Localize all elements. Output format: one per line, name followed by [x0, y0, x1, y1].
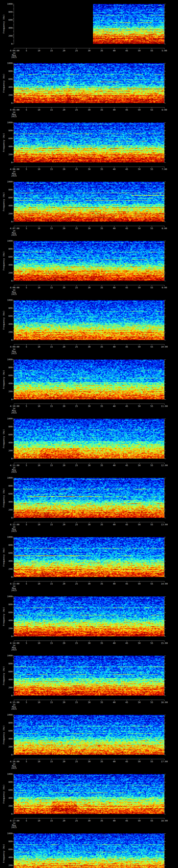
x-tick-label: 35	[98, 346, 105, 348]
x-tick-label: 30	[86, 523, 93, 526]
y-major-tick	[12, 537, 14, 537]
x-major-tick	[14, 226, 14, 227]
y-tick-label: 600	[4, 433, 12, 436]
y-minor-tick	[13, 278, 14, 278]
x-tick-label: 40	[111, 642, 118, 644]
y-tick-label: 600	[4, 730, 12, 732]
x-tick-label: 5	[23, 819, 30, 822]
y-minor-tick	[165, 499, 165, 499]
y-major-tick	[165, 241, 166, 241]
x-major-tick	[14, 285, 14, 286]
y-minor-tick	[165, 555, 165, 555]
y-minor-tick	[13, 574, 14, 574]
y-tick-label: 1000	[4, 417, 12, 420]
y-minor-tick	[165, 692, 165, 693]
x-tick-label: 55	[148, 346, 155, 348]
y-axis-line-right	[164, 419, 165, 459]
x-tick-label: 45	[123, 109, 130, 111]
x-tick-label: 5	[23, 168, 30, 170]
y-tick-label: 200	[4, 153, 12, 156]
spectrogram-panel: Frequency (Hz) 4:09:00 10:00 14 May 2015…	[0, 300, 178, 359]
y-major-tick	[165, 214, 166, 214]
y-minor-tick	[13, 420, 14, 421]
y-minor-tick	[165, 424, 165, 424]
x-tick-label: 40	[111, 50, 118, 52]
x-tick-label: 30	[86, 642, 93, 644]
y-minor-tick	[13, 393, 14, 393]
y-tick-label: 1000	[4, 358, 12, 361]
x-tick-label: 40	[111, 168, 118, 170]
x-tick-label: 25	[73, 405, 80, 407]
y-minor-tick	[165, 660, 165, 661]
x-tick-label: 5	[23, 464, 30, 467]
y-minor-tick	[165, 302, 165, 302]
y-minor-tick	[165, 848, 165, 848]
spectrogram-panel: Frequency (Hz) 4:13:00 14:00 14 May 2015…	[0, 537, 178, 596]
y-major-tick	[165, 502, 166, 502]
y-tick-label: 0	[4, 280, 12, 282]
y-tick-label: 400	[4, 501, 12, 503]
y-major-tick	[12, 695, 14, 696]
panel-end-time-label: 10:00	[161, 346, 168, 348]
y-major-tick	[12, 241, 14, 241]
y-tick-label: 800	[4, 603, 12, 606]
panel-start-time-label: 4:08:00	[10, 286, 20, 289]
date-line-year: 2015	[10, 471, 18, 473]
x-tick-label: 15	[48, 819, 55, 822]
y-minor-tick	[165, 150, 165, 150]
y-major-tick	[12, 190, 14, 190]
y-major-tick	[12, 510, 14, 510]
y-major-tick	[12, 798, 14, 798]
x-tick-label: 20	[60, 227, 67, 230]
x-tick-label: 20	[60, 109, 67, 111]
y-major-tick	[12, 71, 14, 71]
x-tick-label: 15	[48, 227, 55, 230]
y-tick-label: 400	[4, 145, 12, 148]
y-major-tick	[165, 103, 166, 103]
y-minor-tick	[165, 31, 165, 31]
x-major-tick	[164, 818, 165, 819]
x-major-tick	[164, 522, 165, 523]
x-tick-label: 55	[148, 405, 155, 407]
y-tick-label: 800	[4, 544, 12, 546]
y-minor-tick	[165, 792, 165, 792]
y-tick-label: 600	[4, 671, 12, 673]
x-tick-label: 40	[111, 523, 118, 526]
spectrogram-panel: Frequency (Hz) 4:10:00 11:00 14 May 2015…	[0, 360, 178, 419]
y-minor-tick	[13, 785, 14, 785]
x-major-tick	[164, 344, 165, 345]
x-tick-label: 55	[148, 168, 155, 170]
x-tick-label: 15	[48, 168, 55, 170]
y-tick-label: 800	[4, 485, 12, 487]
y-minor-tick	[165, 41, 165, 41]
y-minor-tick	[13, 492, 14, 493]
y-tick-label: 800	[4, 426, 12, 428]
y-minor-tick	[13, 564, 14, 564]
x-tick-label: 5	[23, 50, 30, 52]
y-axis-line-right	[164, 241, 165, 281]
y-minor-tick	[165, 390, 165, 390]
y-minor-tick	[13, 689, 14, 689]
y-tick-label: 200	[4, 35, 12, 37]
y-minor-tick	[165, 258, 165, 259]
y-tick-label: 800	[4, 129, 12, 132]
spectrogram-panel: Frequency (Hz) 4:18:00 19:00 14 May 2015…	[0, 833, 178, 868]
y-axis-title: Frequency (Hz)	[2, 182, 5, 222]
y-minor-tick	[13, 268, 14, 268]
y-tick-label: 0	[4, 576, 12, 578]
y-tick-label: 200	[4, 331, 12, 333]
y-major-tick	[165, 596, 166, 597]
x-tick-label: 30	[86, 286, 93, 289]
y-major-tick	[165, 833, 166, 834]
x-tick-label: 35	[98, 50, 105, 52]
x-tick-label: 45	[123, 286, 130, 289]
x-tick-label: 40	[111, 701, 118, 704]
y-tick-label: 1000	[4, 714, 12, 716]
x-tick-label: 5	[23, 405, 30, 407]
panel-start-time-label: 4:04:00	[10, 50, 20, 52]
y-tick-label: 800	[4, 366, 12, 369]
panel-end-time-label: 15:00	[161, 642, 168, 644]
y-minor-tick	[13, 446, 14, 446]
y-minor-tick	[165, 608, 165, 608]
y-minor-tick	[13, 433, 14, 433]
